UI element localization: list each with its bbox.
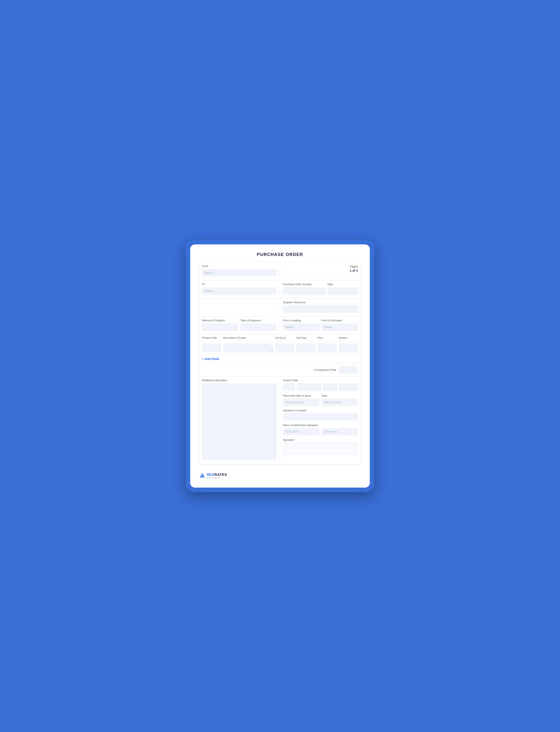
main-form: From Pages 1 of 1 To Purchase Orde — [199, 262, 361, 465]
po-number-section: Purchase Order Number — [283, 283, 326, 295]
amount-header: Amount — [339, 337, 358, 339]
consignment-row: Consignment Total — [199, 364, 361, 376]
port-inner: Port of Loading Port of Discharge — [283, 319, 358, 331]
unit-type-header: Unit Type — [296, 337, 315, 339]
add-field-row: + Add Field — [199, 354, 361, 364]
invoice-total-grid — [283, 383, 358, 391]
type-shipment-section: Type of Shipment — [240, 319, 277, 331]
authorized-label: Name of Authorized Signatory — [283, 424, 358, 426]
place-date-label: Place and Date of Issue — [283, 394, 319, 397]
authorized-grid — [283, 428, 358, 435]
logo-sub: by DHL World 0 — [207, 477, 227, 479]
signatory-company-input[interactable] — [283, 413, 358, 421]
add-field-button[interactable]: + Add Field — [202, 357, 219, 361]
invoice-total-input4[interactable] — [339, 383, 358, 391]
from-input[interactable] — [202, 269, 277, 277]
supplier-ref-label: Supplier Reference — [283, 301, 358, 304]
additional-cell: Additional information — [199, 376, 280, 465]
to-input[interactable] — [202, 287, 277, 295]
po-date-cell: Purchase Order Number Date — [280, 280, 361, 298]
date-issue-label: Date — [322, 394, 358, 397]
searates-logo-icon — [199, 472, 206, 479]
add-field-label: + Add Field — [202, 357, 219, 361]
invoice-total-label: Invoice Total — [283, 379, 358, 382]
first-name-input[interactable] — [283, 428, 320, 435]
consignment-input[interactable] — [339, 366, 358, 374]
inner-card: PURCHASE ORDER From Pages 1 of 1 To — [190, 245, 370, 487]
port-loading-label: Port of Loading — [283, 319, 320, 322]
method-dispatch-section: Method of Dispatch — [202, 319, 238, 331]
invoice-total-input3[interactable] — [323, 383, 337, 391]
type-shipment-label: Type of Shipment — [240, 319, 277, 322]
additional-textarea[interactable] — [202, 383, 277, 460]
invoice-total-input1[interactable] — [283, 383, 295, 391]
price-header: Price — [317, 337, 337, 339]
unit-qty-input[interactable] — [275, 343, 294, 352]
logo-rates: RATES — [214, 472, 227, 476]
date-input[interactable] — [328, 287, 358, 295]
logo-sea: SEA — [207, 472, 214, 476]
logo-text-wrapper: SEARATES by DHL World 0 — [207, 472, 227, 479]
products-header: Product Code Description of Goods Unit Q… — [199, 335, 361, 342]
dispatch-cell: Method of Dispatch Type of Shipment — [199, 317, 280, 335]
method-dispatch-input[interactable] — [202, 323, 238, 331]
pages-value: 1 of 1 — [350, 269, 358, 273]
po-number-input[interactable] — [283, 287, 326, 295]
port-cell: Port of Loading Port of Discharge — [280, 317, 361, 335]
dispatch-inner: Method of Dispatch Type of Shipment — [202, 319, 277, 331]
invoice-cell: Invoice Total Place and Date of Issue — [280, 376, 361, 465]
amount-input[interactable] — [339, 343, 358, 352]
place-issue-input[interactable] — [283, 398, 319, 406]
to-label: To — [202, 283, 277, 286]
port-discharge-section: Port of Discharge — [322, 319, 358, 331]
address-cell — [199, 299, 280, 316]
unit-type-input[interactable] — [296, 343, 315, 352]
type-shipment-input[interactable] — [240, 323, 277, 331]
to-po-section: To Purchase Order Number Date — [199, 280, 361, 299]
svg-point-2 — [202, 475, 203, 477]
description-header: Description of Goods — [223, 337, 273, 339]
products-row — [199, 342, 361, 354]
from-cell: From — [199, 262, 280, 280]
invoice-total-input2[interactable] — [296, 383, 321, 391]
from-pages-section: From Pages 1 of 1 — [199, 262, 361, 280]
logo-container: SEARATES by DHL World 0 — [199, 472, 227, 479]
port-discharge-input[interactable] — [322, 323, 358, 331]
unit-qty-header: Unit Qu-ty — [275, 337, 294, 339]
to-cell: To — [199, 280, 280, 298]
place-issue-section: Place and Date of Issue — [283, 394, 319, 406]
product-code-input[interactable] — [202, 343, 221, 352]
products-section: Product Code Description of Goods Unit Q… — [199, 335, 361, 354]
price-input[interactable] — [317, 343, 337, 352]
supplier-ref-cell: Supplier Reference — [280, 299, 361, 316]
po-date-grid: Purchase Order Number Date — [283, 283, 358, 295]
footer: SEARATES by DHL World 0 — [199, 469, 361, 479]
method-dispatch-label: Method of Dispatch — [202, 319, 238, 322]
date-issue-input[interactable] — [322, 398, 358, 406]
logo-text: SEARATES — [207, 472, 227, 477]
port-loading-section: Port of Loading — [283, 319, 320, 331]
signature-label: Signature — [283, 438, 358, 441]
from-label: From — [202, 265, 277, 268]
place-date-grid: Place and Date of Issue Date — [283, 394, 358, 406]
port-loading-input[interactable] — [283, 323, 320, 331]
authorized-section: Name of Authorized Signatory — [283, 424, 358, 435]
supplier-section: Supplier Reference — [199, 299, 361, 317]
signatory-section: Signatory Company — [283, 409, 358, 421]
additional-section: Additional information Invoice Total — [199, 376, 361, 465]
additional-label: Additional information — [202, 379, 277, 382]
page-title: PURCHASE ORDER — [199, 252, 361, 257]
supplier-ref-input[interactable] — [283, 305, 358, 313]
date-issue-section: Date — [322, 394, 358, 406]
last-name-input[interactable] — [322, 428, 358, 435]
outer-card: PURCHASE ORDER From Pages 1 of 1 To — [186, 240, 374, 492]
po-number-label: Purchase Order Number — [283, 283, 326, 286]
consignment-label: Consignment Total — [314, 368, 336, 371]
date-section: Date — [328, 283, 358, 295]
dispatch-section: Method of Dispatch Type of Shipment Port… — [199, 317, 361, 335]
signatory-company-label: Signatory Company — [283, 409, 358, 412]
description-input[interactable] — [223, 343, 273, 352]
signature-box[interactable] — [283, 442, 358, 454]
port-discharge-label: Port of Discharge — [322, 319, 358, 322]
product-code-header: Product Code — [202, 337, 221, 339]
